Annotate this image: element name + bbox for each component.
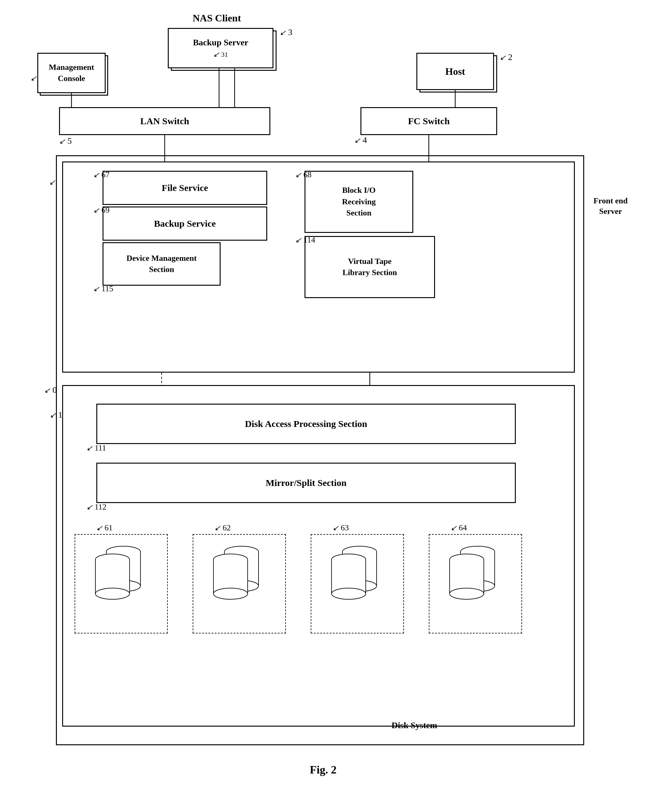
ref-62-squiggle: ↙ (214, 524, 220, 532)
device-management-box: Device ManagementSection (103, 242, 220, 286)
host-label: Host (445, 66, 465, 77)
lan-switch-box: LAN Switch (59, 107, 270, 135)
ref-111-container: ↙ 111 (86, 443, 106, 453)
vtl-label: Virtual TapeLibrary Section (343, 256, 397, 279)
ref-67-squiggle: ↙ (93, 171, 100, 179)
ref-3-container: ↙ 3 (280, 27, 292, 37)
ref-31-squiggle: ↙ (213, 50, 219, 58)
file-service-label: File Service (162, 183, 208, 193)
disk-cylinders-1 (75, 535, 156, 622)
svg-point-9 (95, 588, 130, 599)
ref-69: 69 (102, 206, 110, 215)
ref-31: 31 (221, 50, 228, 58)
ref-0-container: ↙ 0 (44, 385, 57, 395)
ref-63-container: ↙ 63 (332, 523, 349, 533)
ref-0-squiggle: ↙ (44, 386, 51, 394)
ref-69-container: ↙ 69 (93, 206, 110, 215)
ref-5-container: ↙ 5 (59, 136, 72, 146)
fc-switch-label: FC Switch (408, 116, 450, 127)
ref-2-container: ↙ 2 (500, 52, 512, 62)
ref-111-squiggle: ↙ (86, 444, 93, 452)
ref-1-squiggle: ↙ (50, 411, 56, 419)
ref-4-container: ↙ 4 (354, 135, 367, 145)
disk-cylinders-2 (193, 535, 274, 622)
svg-point-29 (332, 588, 366, 599)
disk-access-box: Disk Access Processing Section (96, 404, 516, 444)
ref-64-squiggle: ↙ (450, 524, 457, 532)
ref-115-container: ↙ 115 (93, 284, 113, 293)
disk-group-4 (429, 534, 522, 633)
disk-group-2 (193, 534, 286, 633)
ref-2-squiggle: ↙ (500, 53, 506, 61)
block-io-box: Block I/OReceivingSection (305, 171, 413, 233)
ref-2: 2 (508, 52, 512, 62)
mirror-split-label: Mirror/Split Section (266, 478, 346, 488)
ref-5-squiggle: ↙ (59, 137, 65, 145)
lan-switch-label: LAN Switch (140, 116, 189, 127)
device-management-label: Device ManagementSection (127, 253, 197, 275)
fc-switch-box: FC Switch (360, 107, 497, 135)
ref-61: 61 (105, 523, 113, 532)
disk-group-1 (75, 534, 168, 633)
mirror-split-box: Mirror/Split Section (96, 462, 516, 503)
ref-6-squiggle: ↙ (49, 178, 55, 186)
ref-4-squiggle: ↙ (354, 136, 360, 144)
ref-64-container: ↙ 64 (450, 523, 467, 533)
ref-1: 1 (58, 410, 63, 420)
ref-5: 5 (67, 136, 72, 146)
ref-68-squiggle: ↙ (295, 171, 302, 179)
ref-61-container: ↙ 61 (96, 523, 113, 533)
ref-112: 112 (95, 502, 107, 511)
ref-64: 64 (459, 523, 467, 532)
ref-67-container: ↙ 67 (93, 170, 110, 180)
svg-point-19 (213, 588, 248, 599)
backup-server-label: Backup Server (193, 38, 248, 47)
ref-112-container: ↙ 112 (86, 502, 107, 512)
ref-1-container: ↙ 1 (50, 410, 63, 420)
ref-69-squiggle: ↙ (93, 206, 100, 214)
ref-68-container: ↙ 68 (295, 170, 312, 180)
ref-3: 3 (288, 27, 292, 37)
front-end-server-label: Front endServer (590, 195, 631, 217)
ref-111: 111 (95, 443, 106, 452)
ref-114-container: ↙ 114 (295, 235, 315, 245)
disk-access-label: Disk Access Processing Section (245, 418, 367, 429)
ref-115: 115 (102, 284, 113, 293)
disk-system-label: Disk System (392, 720, 437, 730)
ref-114-squiggle: ↙ (295, 236, 302, 244)
ref-62-container: ↙ 62 (214, 523, 231, 533)
fig-label: Fig. 2 (310, 763, 337, 776)
disk-cylinders-3 (311, 535, 392, 622)
vtl-box: Virtual TapeLibrary Section (305, 236, 435, 298)
ref-4: 4 (363, 135, 367, 145)
ref-7-squiggle: ↙ (31, 74, 37, 82)
backup-server-box: Backup Server ↙ 31 (168, 28, 274, 68)
disk-group-3 (311, 534, 404, 633)
ref-114: 114 (303, 235, 315, 244)
backup-service-box: Backup Service (103, 206, 267, 241)
backup-service-label: Backup Service (154, 218, 216, 229)
ref-63-squiggle: ↙ (332, 524, 339, 532)
ref-112-squiggle: ↙ (86, 503, 93, 511)
disk-cylinders-4 (429, 535, 510, 622)
file-service-box: File Service (103, 171, 267, 205)
ref-0: 0 (52, 385, 57, 395)
mgmt-console-box: ManagementConsole (37, 53, 106, 93)
host-box: Host (416, 53, 494, 90)
ref-63: 63 (341, 523, 349, 532)
svg-point-39 (450, 588, 484, 599)
diagram-container: NAS Client Backup Server ↙ 31 ↙ 3 Manage… (18, 12, 628, 789)
mgmt-console-label: ManagementConsole (49, 62, 94, 84)
ref-68: 68 (303, 170, 312, 179)
ref-61-squiggle: ↙ (96, 524, 103, 532)
ref-115-squiggle: ↙ (93, 285, 100, 293)
ref-62: 62 (223, 523, 231, 532)
nas-client-label: NAS Client (193, 12, 241, 24)
ref-3-squiggle: ↙ (280, 29, 286, 37)
ref-67: 67 (102, 170, 110, 179)
block-io-label: Block I/OReceivingSection (342, 185, 376, 218)
